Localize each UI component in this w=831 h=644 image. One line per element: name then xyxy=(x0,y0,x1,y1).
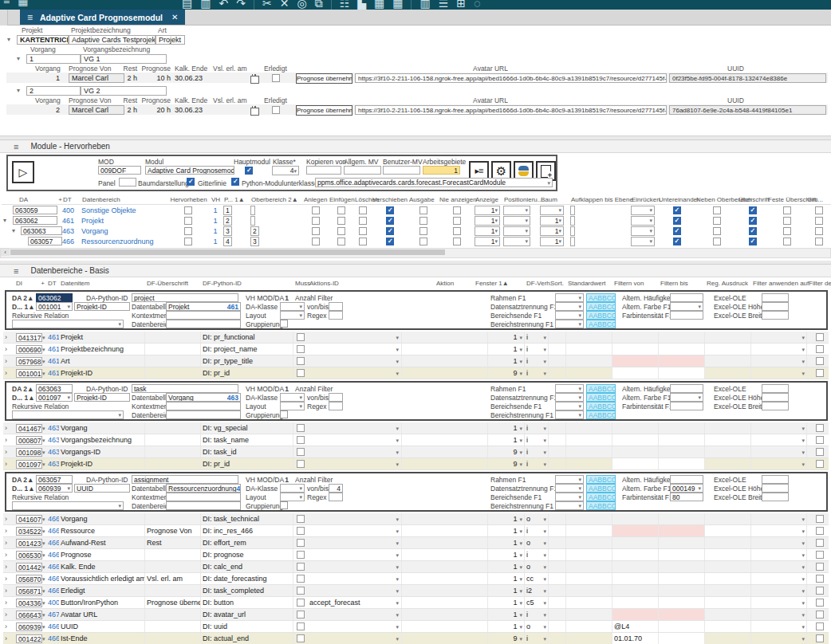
filtern-von-cell[interactable] xyxy=(612,422,659,434)
filtern-bis-cell[interactable] xyxy=(659,609,705,620)
d1-name-field[interactable]: Projekt-ID xyxy=(74,393,130,402)
df-verh-select[interactable]: i xyxy=(526,460,528,468)
bereichsende-f1-color-field[interactable]: AABBCC xyxy=(586,402,616,410)
altern-farbe-f1-select[interactable]: ▾ xyxy=(670,302,703,311)
filter-deak-checkbox[interactable] xyxy=(816,634,824,642)
gruppierung-checkbox[interactable] xyxy=(815,206,823,214)
filtern-bis-cell[interactable] xyxy=(659,597,705,608)
chevron-down-icon[interactable]: ▾ xyxy=(42,461,45,467)
filtern-bis-cell[interactable] xyxy=(659,537,705,548)
menu-icon[interactable]: ≡ xyxy=(3,0,10,7)
df-verh-select[interactable]: i xyxy=(526,357,528,365)
row-expander[interactable]: › xyxy=(3,597,14,608)
anzeige-select[interactable]: 1▾ xyxy=(475,237,500,246)
bereichstrennung-f1-color-field[interactable]: AABBCC xyxy=(586,501,616,510)
chevron-down-icon[interactable]: ▾ xyxy=(396,450,399,455)
chevron-down-icon[interactable]: ▾ xyxy=(519,450,522,455)
datentabelle-field[interactable]: Vorgang463 xyxy=(166,393,241,402)
fenster-select[interactable]: 1 xyxy=(513,551,517,559)
chevron-down-icon[interactable]: ▾ xyxy=(396,540,399,546)
aufklappen-field[interactable] xyxy=(570,237,575,246)
filtern-bis-cell[interactable] xyxy=(659,621,705,632)
allgem-mv-field[interactable] xyxy=(344,166,381,175)
row-expander[interactable]: › xyxy=(3,525,14,536)
calendar-icon[interactable]: ▦ xyxy=(374,0,384,10)
filtern-bis-cell[interactable] xyxy=(659,573,705,584)
filtern-bis-cell[interactable] xyxy=(659,513,705,524)
hamburger-icon[interactable]: ≡ xyxy=(14,266,18,276)
fenster-select[interactable]: 1 xyxy=(513,622,517,630)
muss-checkbox[interactable] xyxy=(297,575,305,583)
di-field[interactable]: 004336 xyxy=(16,599,42,607)
chevron-down-icon[interactable]: ▾ xyxy=(801,564,805,570)
neben-oberbereich-checkbox[interactable] xyxy=(713,217,721,225)
chevron-down-icon[interactable]: ▾ xyxy=(543,347,546,352)
altern-haeufigkeit-field[interactable] xyxy=(670,384,703,393)
filtern-von-cell[interactable]: 01.01.70 xyxy=(612,633,659,644)
von-bis-field[interactable] xyxy=(329,302,343,311)
chevron-down-icon[interactable]: ▾ xyxy=(519,576,522,582)
df-verh-select[interactable]: i xyxy=(526,436,528,444)
fenster-select[interactable]: 1 xyxy=(513,527,517,535)
bereichsende-f1-color-field[interactable]: AABBCC xyxy=(586,493,616,501)
position-field[interactable]: 1 xyxy=(223,206,232,215)
position-field[interactable]: 3 xyxy=(223,226,232,236)
da-id-field[interactable]: 063062 xyxy=(36,293,73,302)
verschieben-checkbox[interactable] xyxy=(386,238,394,245)
da-klasse-select[interactable]: ▾ xyxy=(280,393,305,402)
filtern-bis-cell[interactable] xyxy=(659,585,705,596)
untereinander-checkbox[interactable] xyxy=(673,217,681,225)
chevron-down-icon[interactable]: ▾ xyxy=(543,564,546,570)
nie-anzeigen-checkbox[interactable] xyxy=(453,227,461,235)
anlegen-checkbox[interactable] xyxy=(312,206,320,214)
df-verh-select[interactable]: i xyxy=(526,448,528,456)
fenster-select[interactable]: 1 xyxy=(513,357,517,365)
farbintensitaet-f1-field[interactable] xyxy=(670,402,703,410)
ueberschrift-checkbox[interactable] xyxy=(749,217,757,225)
altern-farbe-f1-select[interactable]: ▾ xyxy=(670,393,703,402)
df-verh-select[interactable]: i xyxy=(526,424,528,432)
chevron-down-icon[interactable]: ▾ xyxy=(519,528,522,534)
filtern-bis-cell[interactable] xyxy=(659,355,705,367)
chevron-down-icon[interactable]: ▾ xyxy=(543,612,546,618)
datensatztrennung-f1-color-field[interactable]: AABBCC xyxy=(586,484,616,493)
row-expander[interactable]: › xyxy=(3,633,14,644)
di-field[interactable]: 000807 xyxy=(16,436,42,445)
df-verh-select[interactable]: i xyxy=(526,345,528,353)
filtern-von-cell[interactable] xyxy=(612,537,659,548)
filtern-bis-cell[interactable] xyxy=(659,525,705,536)
row-expander[interactable]: › xyxy=(3,434,14,446)
filtern-bis-cell[interactable] xyxy=(659,549,705,560)
filter-deak-checkbox[interactable] xyxy=(816,575,824,583)
altern-haeufigkeit-field[interactable] xyxy=(670,293,703,302)
filter-deak-checkbox[interactable] xyxy=(816,369,824,377)
chevron-down-icon[interactable]: ▾ xyxy=(396,576,399,582)
aufklappen-field[interactable] xyxy=(570,216,575,226)
chevron-down-icon[interactable]: ▾ xyxy=(801,552,805,558)
rahmen-f1-select[interactable]: ▾ xyxy=(555,475,584,484)
chevron-down-icon[interactable]: ▾ xyxy=(801,636,805,642)
muss-checkbox[interactable] xyxy=(297,345,305,353)
excel-ole-field[interactable] xyxy=(762,293,789,302)
feste-ueberschrift-checkbox[interactable] xyxy=(783,238,791,245)
df-verh-select[interactable]: i xyxy=(526,551,528,559)
datensatztrennung-f1-select[interactable]: ▾ xyxy=(555,393,584,402)
filtern-von-cell[interactable] xyxy=(612,573,659,584)
chevron-down-icon[interactable]: ▾ xyxy=(801,576,805,582)
chevron-down-icon[interactable]: ▾ xyxy=(543,600,546,606)
uuid-field[interactable]: 0f23f5be-fd95-004f-8178-132474e8386e xyxy=(669,73,826,83)
excel-ole-breite-field[interactable] xyxy=(762,402,789,410)
chevron-down-icon[interactable]: ▾ xyxy=(3,217,13,224)
datensatztrennung-f1-color-field[interactable]: AABBCC xyxy=(586,393,616,402)
chevron-down-icon[interactable]: ▾ xyxy=(42,438,45,443)
loeschen-checkbox[interactable] xyxy=(359,227,367,235)
hervorheben-checkbox[interactable] xyxy=(184,217,192,225)
row-expander[interactable]: › xyxy=(3,561,14,572)
di-field[interactable]: 001422 xyxy=(16,634,42,643)
rekursive-relation-select[interactable]: ▾ xyxy=(12,501,124,510)
da-field[interactable]: 063063 xyxy=(21,226,62,235)
excel-ole-breite-field[interactable] xyxy=(762,493,789,501)
filter-deak-checkbox[interactable] xyxy=(816,436,824,444)
gruppierung-checkbox[interactable] xyxy=(280,320,288,328)
df-verh-select[interactable]: o xyxy=(526,563,530,571)
